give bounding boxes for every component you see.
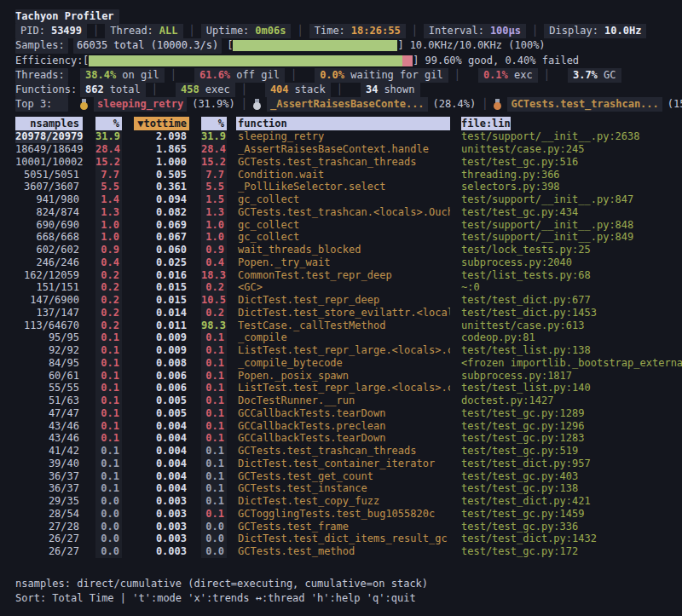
- table-row[interactable]: 151/1510.20.0150.2<GC>~:0: [15, 281, 682, 294]
- table-row[interactable]: 113/646700.20.01198.3TestCase._callTestM…: [15, 320, 682, 332]
- function-cell: ListTest.test_repr_large.<locals>.check: [236, 382, 450, 394]
- tottime-cell: 0.003: [134, 533, 189, 545]
- direct-pct-cell: 1.0: [95, 219, 122, 232]
- functions-total: 862total: [80, 83, 146, 97]
- table-row[interactable]: 26/270.00.0030.0DictTest.test_dict_items…: [15, 533, 682, 545]
- file-line-cell: test/test_gc.py:172: [461, 545, 682, 558]
- off-gil-text: off gil: [236, 69, 280, 81]
- nsamples-cell: 824/874: [15, 206, 83, 219]
- samples-rate: 10.0KHz/10.0KHz (100%): [410, 38, 546, 53]
- table-row[interactable]: 602/6020.90.0600.9wait_threads_blockedte…: [15, 244, 682, 256]
- nsamples-cell: 26/27: [15, 533, 83, 545]
- uptime-value: 0m06s: [255, 25, 286, 37]
- table-row[interactable]: 162/120590.20.01618.3CommonTest.test_rep…: [15, 269, 682, 282]
- header-direct-pct[interactable]: %: [95, 117, 122, 130]
- function-cell: GCTests.test_trashcan.<locals>.Ouch....: [236, 206, 450, 219]
- direct-pct-cell: 0.1: [95, 331, 122, 344]
- direct-pct-cell: 0.1: [95, 382, 122, 394]
- function-cell: GCTests.test_trashcan_threads: [236, 156, 450, 169]
- table-row[interactable]: 246/2460.40.0250.4Popen._try_waitsubproc…: [15, 256, 682, 269]
- table-row[interactable]: 690/6901.00.0691.0gc_collecttest/support…: [15, 219, 682, 232]
- function-cell: DocTestRunner.__run: [236, 394, 450, 407]
- tottime-cell: 0.003: [134, 521, 189, 533]
- table-body: 20978/2097931.92.09831.9sleeping_retryte…: [15, 130, 682, 558]
- direct-pct-cell: 0.1: [95, 357, 122, 370]
- cum-pct-cell: 10.5: [201, 294, 227, 307]
- table-row[interactable]: 51/630.10.0050.1DocTestRunner.__rundocte…: [15, 394, 682, 407]
- function-cell: Popen._try_wait: [236, 256, 450, 269]
- tottime-cell: 0.008: [134, 357, 189, 370]
- table-row[interactable]: 28/540.00.0030.1GCTogglingTests.test_bug…: [15, 508, 682, 521]
- file-line-cell: test/support/__init__.py:849: [461, 231, 682, 244]
- header-nsamples[interactable]: nsamples: [15, 117, 83, 130]
- nsamples-cell: 47/47: [15, 407, 83, 420]
- interval-value: 100µs: [490, 25, 521, 37]
- table-row[interactable]: 941/9801.40.0941.5gc_collecttest/support…: [15, 193, 682, 206]
- cum-pct-cell: 0.1: [201, 458, 227, 470]
- table-row[interactable]: 27/280.00.0030.0GCTests.test_frametest/t…: [15, 521, 682, 533]
- top3-line: Top 3:sleeping_retry(31.9%)│_AssertRaise…: [15, 97, 682, 112]
- functions-shown: 34shown: [361, 83, 420, 97]
- file-line-cell: threading.py:366: [461, 169, 682, 181]
- table-row[interactable]: 92/920.10.0090.1ListTest.test_repr_large…: [15, 344, 682, 357]
- table-row[interactable]: 60/610.10.0060.1Popen._posix_spawnsubpro…: [15, 370, 682, 383]
- table-row[interactable]: 36/370.10.0040.1GCTests.test_instancetes…: [15, 482, 682, 495]
- function-cell: DictTest.test_copy_fuzz: [236, 495, 450, 508]
- direct-pct-cell: 0.1: [95, 394, 122, 407]
- header-function[interactable]: function: [236, 117, 450, 130]
- function-cell: <GC>: [236, 281, 450, 294]
- tottime-cell: 0.003: [134, 508, 189, 521]
- cum-pct-cell: 0.9: [201, 244, 227, 256]
- table-row[interactable]: 137/1470.20.0140.2DictTest.test_store_ev…: [15, 307, 682, 320]
- direct-pct-cell: 0.0: [95, 521, 122, 533]
- cum-pct-cell: 1.5: [201, 193, 227, 206]
- tottime-cell: 0.015: [134, 281, 189, 294]
- table-row[interactable]: 18649/1864928.41.86528.4_AssertRaisesBas…: [15, 143, 682, 156]
- table-row[interactable]: 84/950.10.0080.1_compile_bytecode<frozen…: [15, 357, 682, 370]
- direct-pct-cell: 0.0: [95, 533, 122, 545]
- table-row[interactable]: 41/420.10.0040.1GCTests.test_trashcan_th…: [15, 445, 682, 458]
- table-row[interactable]: 3607/36075.50.3615.5_PollLikeSelector.se…: [15, 181, 682, 193]
- functions-stack: 404stack: [265, 83, 331, 97]
- table-row[interactable]: 39/400.10.0040.1DictTest.test_container_…: [15, 458, 682, 470]
- header-file-line[interactable]: file:line: [461, 117, 511, 130]
- table-row[interactable]: 668/6681.00.0671.0gc_collecttest/support…: [15, 231, 682, 244]
- interval-label: Interval:: [429, 25, 484, 37]
- function-cell: GCCallbackTests.tearDown: [236, 407, 450, 420]
- table-row[interactable]: 47/470.10.0050.1GCCallbackTests.tearDown…: [15, 407, 682, 420]
- table-row[interactable]: 43/460.10.0040.1GCCallbackTests.tearDown…: [15, 432, 682, 445]
- function-cell: GCCallbackTests.preclean: [236, 420, 450, 433]
- nsamples-cell: 92/92: [15, 344, 83, 357]
- bar-fill-good: [89, 55, 402, 66]
- table-row[interactable]: 55/550.10.0060.1ListTest.test_repr_large…: [15, 382, 682, 394]
- bar-fill-failed: [402, 55, 413, 66]
- header-tottime-sorted[interactable]: ▼tottime: [134, 117, 189, 130]
- gc-value: 3.7%: [573, 69, 598, 81]
- samples-line: Samples:66035 total (10000.3/s)[]10.0KHz…: [15, 38, 682, 53]
- separator: │: [337, 83, 343, 97]
- table-row[interactable]: 147/69000.20.01510.5DictTest.test_repr_d…: [15, 294, 682, 307]
- table-row[interactable]: 95/950.10.0090.1_compilecodeop.py:81: [15, 331, 682, 344]
- table-row[interactable]: 36/370.10.0040.1GCTests.test_get_countte…: [15, 470, 682, 483]
- bronze-medal-icon: [494, 99, 501, 110]
- file-line-cell: test/test_dict.py:957: [461, 458, 682, 470]
- cum-pct-cell: 0.1: [201, 407, 227, 420]
- time-field: Time:18:26:55: [309, 24, 406, 38]
- tottime-cell: 0.016: [134, 269, 189, 282]
- table-row[interactable]: 26/270.00.0030.0GCTests.test_methodtest/…: [15, 545, 682, 558]
- thread-field: Thread:ALL: [105, 24, 182, 38]
- table-row[interactable]: 29/350.00.0030.1DictTest.test_copy_fuzzt…: [15, 495, 682, 508]
- separator: │: [297, 24, 303, 38]
- bar-open-bracket: [: [83, 54, 89, 68]
- direct-pct-cell: 1.3: [95, 206, 122, 219]
- table-row[interactable]: 5051/50517.70.5057.7Condition.waitthread…: [15, 169, 682, 181]
- top3-function: GCTests.test_trashcan...: [507, 97, 662, 112]
- header-cum-pct[interactable]: %: [201, 117, 227, 130]
- table-row[interactable]: 824/8741.30.0821.3GCTests.test_trashcan.…: [15, 206, 682, 219]
- file-line-cell: subprocess.py:1817: [461, 370, 682, 383]
- table-row[interactable]: 10001/1000215.21.00015.2GCTests.test_tra…: [15, 156, 682, 169]
- table-row[interactable]: 20978/2097931.92.09831.9sleeping_retryte…: [15, 130, 682, 143]
- efficiency-line: Efficiency:[]99.60% good, 0.40% failed: [15, 54, 682, 68]
- function-cell: _AssertRaisesBaseContext.handle: [236, 143, 450, 156]
- table-row[interactable]: 43/460.10.0040.1GCCallbackTests.preclean…: [15, 420, 682, 433]
